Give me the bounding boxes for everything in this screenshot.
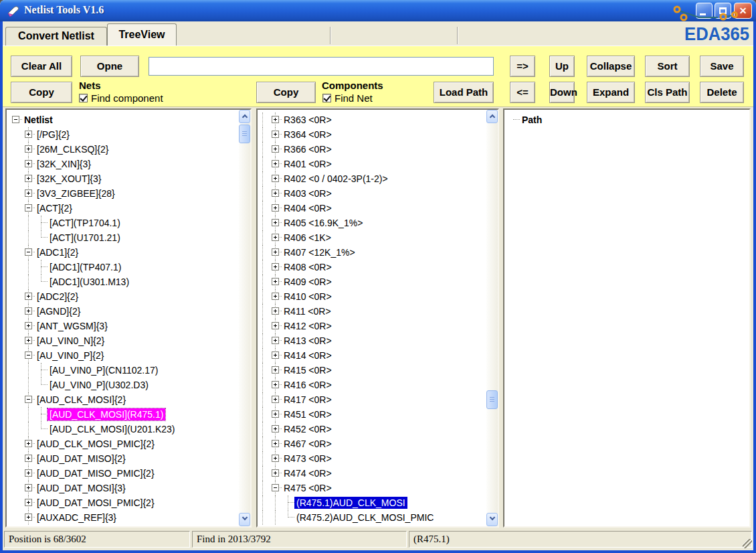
tree-item-label[interactable]: R473 <0R> bbox=[282, 453, 334, 465]
tree-item[interactable]: R364 <0R> bbox=[258, 127, 486, 142]
tree-item[interactable]: [AUD_CLK_MOSI_PMIC]{2} bbox=[7, 437, 239, 451]
maximize-button[interactable] bbox=[715, 3, 731, 19]
expand-toggle-icon[interactable] bbox=[25, 499, 32, 506]
tree-item-label[interactable]: R411 <0R> bbox=[282, 305, 333, 317]
tree-item-label[interactable]: [ACT](U1701.21) bbox=[48, 232, 122, 244]
expand-toggle-icon[interactable] bbox=[25, 514, 32, 521]
close-button[interactable]: ✕ bbox=[734, 3, 752, 19]
move-right-button[interactable]: => bbox=[510, 56, 535, 77]
save-button[interactable]: Save bbox=[700, 56, 744, 77]
expand-toggle-icon[interactable] bbox=[272, 248, 279, 256]
tree-item[interactable]: R411 <0R> bbox=[258, 304, 486, 319]
tree-item-label[interactable]: [AUD_CLK_MOSI](U201.K23) bbox=[48, 423, 177, 435]
tree-item[interactable]: [ACT](U1701.21) bbox=[7, 230, 239, 245]
tree-item[interactable]: [AUD_CLK_MOSI](U201.K23) bbox=[7, 422, 239, 437]
tab-treeview[interactable]: TreeView bbox=[107, 23, 177, 46]
tree-item-label[interactable]: R474 <0R> bbox=[282, 467, 334, 479]
expand-toggle-icon[interactable] bbox=[25, 307, 32, 315]
scroll-down-button[interactable] bbox=[486, 513, 498, 526]
scroll-thumb[interactable] bbox=[239, 125, 250, 143]
tree-item[interactable]: (R475.2)AUD_CLK_MOSI_PMIC bbox=[258, 510, 486, 525]
cls-path-button[interactable]: Cls Path bbox=[645, 82, 690, 103]
tree-item-label[interactable]: R413 <0R> bbox=[282, 335, 334, 347]
down-button[interactable]: Down bbox=[549, 82, 575, 103]
tree-item[interactable]: R412 <0R> bbox=[258, 319, 486, 333]
expand-toggle-icon[interactable] bbox=[272, 366, 279, 374]
tree-item-label[interactable]: R416 <0R> bbox=[282, 379, 334, 391]
tree-item-label[interactable]: [AUD_CLK_MOSI]{2} bbox=[35, 394, 128, 406]
tree-item-label[interactable]: R451 <0R> bbox=[282, 408, 334, 420]
tree-item[interactable]: [26M_CLKSQ]{2} bbox=[7, 142, 239, 157]
tree-item[interactable]: R366 <0R> bbox=[258, 142, 486, 157]
expand-toggle-icon[interactable] bbox=[272, 381, 279, 388]
expand-toggle-icon[interactable] bbox=[272, 293, 279, 300]
scroll-thumb[interactable] bbox=[486, 390, 498, 409]
collapse-button[interactable]: Collapse bbox=[587, 56, 635, 77]
tree-item[interactable]: R406 <1K> bbox=[258, 230, 486, 245]
tab-convert-netlist[interactable]: Convert Netlist bbox=[5, 27, 107, 46]
expand-toggle-icon[interactable] bbox=[272, 131, 279, 138]
expand-toggle-icon[interactable] bbox=[25, 484, 32, 491]
tree-item-label[interactable]: R412 <0R> bbox=[282, 320, 334, 332]
tree-item-label[interactable]: R405 <16.9K_1%> bbox=[282, 217, 365, 229]
expand-toggle-icon[interactable] bbox=[272, 263, 279, 270]
tree-item-label[interactable]: [ADC1]{2} bbox=[35, 246, 80, 258]
tree-item-label[interactable]: [AUD_DAT_MISO_PMIC]{2} bbox=[35, 467, 157, 479]
tree-item-label[interactable]: R408 <0R> bbox=[282, 261, 334, 273]
expand-toggle-icon[interactable] bbox=[272, 337, 279, 344]
tree-item-label[interactable]: [AUXADC_REF]{3} bbox=[35, 511, 118, 524]
expand-toggle-icon[interactable] bbox=[272, 396, 279, 403]
tree-item[interactable]: [32K_XIN]{3} bbox=[7, 157, 239, 171]
expand-toggle-icon[interactable] bbox=[272, 175, 279, 182]
expand-toggle-icon[interactable] bbox=[272, 410, 279, 418]
expand-toggle-icon[interactable] bbox=[25, 337, 32, 344]
tree-item-label[interactable]: R415 <0R> bbox=[282, 364, 334, 376]
expand-toggle-icon[interactable] bbox=[272, 145, 279, 153]
tree-item[interactable]: R413 <0R> bbox=[258, 333, 486, 348]
tree-item[interactable]: [AU_VIN0_P]{2} bbox=[7, 348, 239, 363]
tree-item[interactable]: [AUD_CLK_MOSI]{2} bbox=[7, 392, 239, 407]
expand-toggle-icon[interactable] bbox=[25, 145, 32, 153]
expand-toggle-icon[interactable] bbox=[25, 455, 32, 462]
find-net-checkbox[interactable] bbox=[322, 94, 331, 102]
expand-toggle-icon[interactable] bbox=[25, 469, 32, 477]
tree-item[interactable]: [ADC1]{2} bbox=[7, 245, 239, 260]
tree-item[interactable]: [ADC2]{2} bbox=[7, 289, 239, 304]
move-left-button[interactable]: <= bbox=[510, 82, 535, 103]
tree-item-label[interactable]: R403 <0R> bbox=[282, 187, 334, 200]
expand-toggle-icon[interactable] bbox=[272, 322, 279, 329]
collapse-toggle-icon[interactable] bbox=[25, 396, 32, 403]
copy-nets-button[interactable]: Copy bbox=[11, 82, 72, 103]
tree-item-label[interactable]: [ACT](TP1704.1) bbox=[48, 217, 122, 229]
clear-all-button[interactable]: Clear All bbox=[11, 56, 72, 77]
load-path-button[interactable]: Load Path bbox=[434, 82, 494, 103]
tree-item[interactable]: R416 <0R> bbox=[258, 378, 486, 392]
tree-item-label[interactable]: [AU_VIN0_N]{2} bbox=[35, 335, 106, 347]
tree-item-label[interactable]: [AUD_CLK_MOSI](R475.1) bbox=[48, 408, 165, 420]
tree-item[interactable]: R452 <0R> bbox=[258, 422, 486, 437]
copy-components-button[interactable]: Copy bbox=[256, 82, 316, 103]
tree-item[interactable]: R467 <0R> bbox=[258, 437, 486, 451]
tree-item[interactable]: R363 <0R> bbox=[258, 112, 486, 127]
tree-item-label[interactable]: [ACT]{2} bbox=[35, 202, 74, 214]
expand-toggle-icon[interactable] bbox=[272, 116, 279, 123]
up-button[interactable]: Up bbox=[549, 56, 575, 77]
expand-toggle-icon[interactable] bbox=[272, 425, 279, 432]
tree-item[interactable]: R473 <0R> bbox=[258, 451, 486, 466]
expand-toggle-icon[interactable] bbox=[272, 455, 279, 462]
expand-button[interactable]: Expand bbox=[587, 82, 635, 103]
tree-item-label[interactable]: R452 <0R> bbox=[282, 423, 334, 435]
expand-toggle-icon[interactable] bbox=[272, 189, 279, 197]
tree-item[interactable]: R403 <0R> bbox=[258, 186, 486, 201]
scroll-up-button[interactable] bbox=[239, 110, 250, 123]
title-bar[interactable]: Netlist Tools V1.6 ✕ bbox=[0, 0, 756, 21]
tree-item-label[interactable]: R402 <0 / 0402-3P(1-2)> bbox=[282, 173, 390, 185]
tree-item-label[interactable]: R414 <0R> bbox=[282, 349, 334, 362]
tree-item[interactable]: Netlist bbox=[7, 112, 239, 127]
tree-item-label[interactable]: R410 <0R> bbox=[282, 291, 334, 303]
tree-item-label[interactable]: R364 <0R> bbox=[282, 129, 334, 141]
scroll-up-button[interactable] bbox=[486, 110, 498, 123]
tree-item[interactable]: [AGND]{2} bbox=[7, 304, 239, 319]
tree-item-label[interactable]: [ADC1](U301.M13) bbox=[48, 276, 131, 288]
tree-item[interactable]: (R475.1)AUD_CLK_MOSI bbox=[258, 495, 486, 510]
